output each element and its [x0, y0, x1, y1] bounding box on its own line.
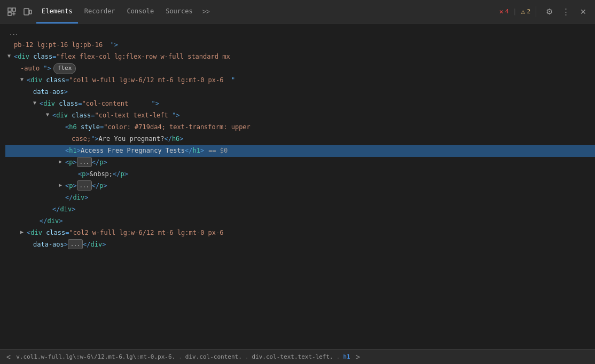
tree-line-col2[interactable]: <div class="col2 w-full lg:w-6/12 mt-6 l… [5, 227, 595, 239]
attr-val: "flex flex-col lg:flex-row w-full standa… [57, 51, 230, 62]
tree-line-col-content[interactable]: <div class="col-content "> [5, 98, 595, 110]
more-options-icon: ⋮ [562, 7, 570, 17]
more-options-btn[interactable]: ⋮ [559, 4, 574, 19]
html-tree-panel[interactable]: ... pb-12 lg:pt-16 lg:pb-16 "> <div clas… [0, 23, 595, 349]
svg-rect-0 [8, 8, 11, 11]
inspect-icon-btn[interactable] [4, 4, 19, 19]
tag-name: div [30, 75, 42, 85]
breadcrumb-sep-2: . [336, 353, 340, 360]
triangle-open[interactable] [33, 98, 40, 107]
tag-open: < [27, 75, 30, 85]
device-toggle-btn[interactable] [20, 4, 35, 19]
tree-line-col1-cont[interactable]: data-aos> [5, 86, 595, 98]
tree-line-close-div1[interactable]: </div> [5, 192, 595, 204]
error-close-icon: ✕ [499, 7, 504, 15]
triangle-open[interactable] [7, 51, 14, 60]
attr-name: data-aos [33, 86, 64, 97]
tree-line-p1[interactable]: <p> ... </p> [5, 157, 595, 169]
tree-line-col1[interactable]: <div class="col1 w-full lg:w-6/12 mt-6 l… [5, 75, 595, 86]
tree-line-flex-div[interactable]: <div class="flex flex-col lg:flex-row w-… [5, 51, 595, 63]
error-count: 4 [505, 8, 509, 15]
devtools-toolbar: Elements Recorder Console Sources >> ✕ 4… [0, 0, 595, 23]
tree-line-p2[interactable]: <p> ... </p> [5, 180, 595, 192]
breadcrumb-prev-btn[interactable]: < [4, 352, 13, 362]
tab-recorder[interactable]: Recorder [79, 0, 121, 23]
tree-line-col-text[interactable]: <div class="col-text text-left "> [5, 110, 595, 122]
line-text: -auto "> [20, 63, 51, 74]
tab-elements[interactable]: Elements [36, 0, 78, 23]
tree-line-close-div2[interactable]: </div> [5, 204, 595, 216]
svg-rect-5 [24, 9, 29, 15]
tree-more-btn-line[interactable]: ... [5, 28, 595, 39]
triangle-open[interactable] [20, 75, 27, 84]
ellipsis-badge[interactable]: ... [77, 180, 92, 191]
tag-name: div [18, 51, 29, 62]
tree-line-h1[interactable]: <h1>Access Free Pregnancy Tests</h1> == … [5, 145, 595, 157]
breadcrumb-sep-0: . [178, 353, 182, 360]
breadcrumb-next-btn[interactable]: > [354, 352, 362, 362]
svg-rect-6 [29, 10, 32, 14]
breadcrumb-bar: < v.col1.w-full.lg\:w-6\/12.mt-6.lg\:mt-… [0, 349, 595, 364]
svg-rect-1 [8, 12, 11, 15]
svg-rect-2 [12, 8, 15, 11]
device-icon [24, 7, 32, 16]
settings-btn[interactable]: ⚙ [542, 4, 557, 19]
triangle-closed[interactable] [20, 227, 27, 236]
tree-line-close-div3[interactable]: </div> [5, 216, 595, 227]
tab-console[interactable]: Console [122, 0, 160, 23]
ellipsis-badge[interactable]: ... [77, 157, 92, 167]
triangle-closed[interactable] [59, 180, 65, 189]
warning-badge: ⚠ 2 [521, 7, 530, 15]
warning-icon: ⚠ [521, 7, 526, 15]
tree-line-h6[interactable]: <h6 style="color: #719da4; text-transfor… [5, 122, 595, 133]
tree-more-btn[interactable]: ... [7, 28, 20, 37]
html-tree: ... pb-12 lg:pt-16 lg:pb-16 "> <div clas… [0, 28, 595, 251]
tree-line-flex-div-cont[interactable]: -auto "> flex [5, 63, 595, 75]
attr-eq: = [52, 51, 56, 62]
breadcrumb-item-2[interactable]: div.col-text.text-left. [248, 352, 336, 361]
tree-line-p-nbsp[interactable]: <p>&nbsp;</p> [5, 169, 595, 180]
triangle-closed[interactable] [59, 157, 65, 166]
warning-count: 2 [527, 8, 530, 15]
flex-badge: flex [53, 63, 76, 74]
dom-ref: == $0 [208, 145, 228, 156]
attr-name: class [29, 51, 52, 62]
close-devtools-btn[interactable]: ✕ [576, 4, 591, 19]
toolbar-right: ✕ 4 | ⚠ 2 ⚙ ⋮ ✕ [499, 4, 591, 19]
breadcrumb-item-h1[interactable]: h1 [340, 352, 353, 361]
attr-name: class [42, 75, 65, 85]
line-text: pb-12 lg:pt-16 lg:pb-16 "> [14, 39, 118, 50]
tree-line-col2-cont[interactable]: data-aos> ... </div> [5, 239, 595, 251]
settings-icon: ⚙ [546, 7, 553, 17]
divider [536, 6, 536, 17]
ellipsis-badge[interactable]: ... [68, 239, 83, 249]
error-badge: ✕ 4 [499, 7, 508, 15]
tag-open: < [14, 51, 18, 62]
close-icon: ✕ [580, 7, 586, 16]
more-tabs-btn[interactable]: >> [199, 6, 213, 18]
attr-val: "col1 w-full lg:w-6/12 mt-6 lg:mt-0 px-6… [69, 75, 236, 85]
inspect-icon [7, 7, 16, 16]
breadcrumb-item-1[interactable]: div.col-content. [182, 352, 245, 361]
tree-line-pb12[interactable]: pb-12 lg:pt-16 lg:pb-16 "> [5, 39, 595, 51]
triangle-open[interactable] [46, 110, 52, 119]
tab-sources[interactable]: Sources [160, 0, 198, 23]
breadcrumb-item-0[interactable]: v.col1.w-full.lg\:w-6\/12.mt-6.lg\:mt-0.… [13, 352, 178, 361]
breadcrumb-sep-1: . [245, 353, 249, 360]
tree-line-h6-cont[interactable]: case;">Are You pregnant?</h6> [5, 133, 595, 145]
